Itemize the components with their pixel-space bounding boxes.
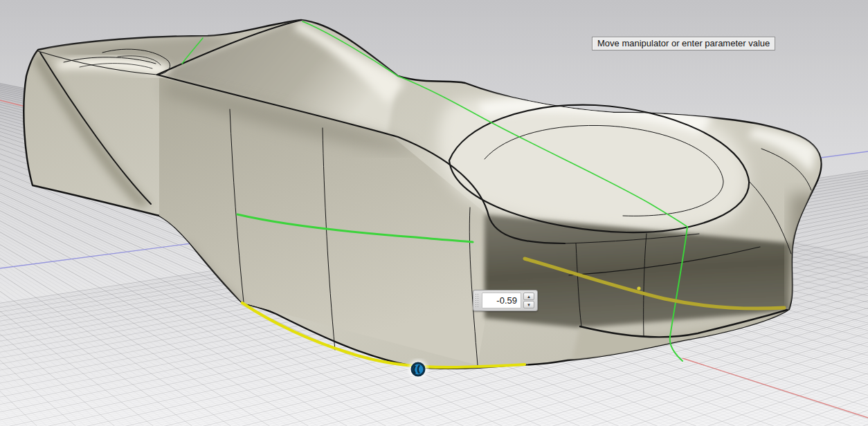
spinner-down-button[interactable]: ▼: [523, 301, 534, 308]
viewport-canvas[interactable]: [0, 0, 868, 426]
spinner-up-button[interactable]: ▲: [523, 293, 534, 300]
spinner-down-icon: ▼: [527, 302, 531, 308]
parameter-widget[interactable]: ▲ ▼: [473, 290, 538, 311]
status-tooltip: Move manipulator or enter parameter valu…: [592, 37, 775, 50]
spinner-up-icon: ▲: [527, 294, 531, 299]
edge-move-manipulator[interactable]: [409, 360, 427, 378]
value-spinner: ▲ ▼: [523, 293, 534, 308]
modeling-viewport[interactable]: Move manipulator or enter parameter valu…: [0, 0, 868, 426]
widget-drag-grip-icon[interactable]: [475, 293, 480, 308]
edge-point: [637, 286, 640, 290]
parameter-value-input[interactable]: [482, 293, 521, 308]
